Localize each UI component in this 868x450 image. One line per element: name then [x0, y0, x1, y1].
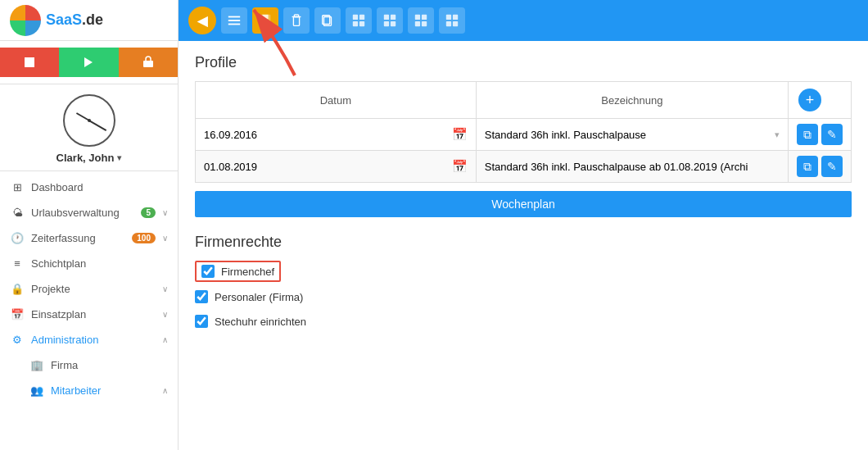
sidebar: SaaS.de Clark, John ▾ ⊞ Dashboard 🌤 — [0, 0, 179, 450]
svg-rect-17 — [359, 21, 364, 26]
svg-rect-8 — [261, 21, 270, 25]
administration-icon: ⚙ — [10, 334, 25, 346]
sidebar-item-urlaubsverwaltung[interactable]: 🌤 Urlaubsverwaltung 5 ∨ — [0, 200, 178, 225]
logo-text: SaaS.de — [46, 11, 103, 29]
svg-rect-14 — [353, 15, 358, 20]
profile-title: Profile — [195, 54, 852, 71]
edit-row-button-1[interactable]: ✎ — [821, 124, 843, 145]
calendar-icon-2[interactable]: 📅 — [452, 159, 468, 174]
firmenrechte-title: Firmenrechte — [195, 234, 852, 251]
bag-button[interactable] — [119, 48, 178, 77]
copy-row-button-2[interactable]: ⧉ — [797, 156, 818, 177]
sidebar-item-schichtplan[interactable]: ≡ Schichtplan — [0, 251, 178, 276]
copy-button[interactable] — [314, 7, 341, 34]
zeiterfassung-icon: 🕐 — [10, 232, 25, 244]
sidebar-item-zeiterfassung[interactable]: 🕐 Zeiterfassung 100 ∨ — [0, 225, 178, 251]
urlaubsverwaltung-badge: 5 — [141, 207, 156, 218]
svg-rect-20 — [384, 21, 389, 26]
profile-table: Datum Bezeichnung + 16.09.2016 📅 — [195, 81, 852, 183]
add-header: + — [789, 82, 852, 119]
delete-button[interactable] — [283, 7, 310, 34]
bezeichnung-header: Bezeichnung — [476, 82, 788, 119]
mitarbeiter-icon: 👥 — [29, 384, 44, 397]
svg-rect-7 — [262, 15, 268, 19]
personaler-checkbox[interactable] — [195, 290, 208, 303]
add-profile-button[interactable]: + — [798, 89, 821, 111]
dropdown-chevron-icon-1: ▾ — [775, 130, 780, 140]
save-button[interactable] — [252, 7, 278, 34]
svg-rect-0 — [25, 57, 34, 67]
datum-header: Datum — [196, 82, 477, 119]
svg-rect-25 — [422, 21, 427, 26]
svg-rect-21 — [391, 21, 396, 26]
svg-rect-11 — [294, 15, 298, 17]
sidebar-item-dashboard[interactable]: ⊞ Dashboard — [0, 175, 178, 200]
personaler-label: Personaler (Firma) — [215, 291, 303, 303]
table-row: 01.08.2019 📅 Standard 36h inkl. Pauschal… — [196, 151, 852, 183]
zeiterfassung-badge: 100 — [132, 233, 156, 243]
action-cell-1: ⧉ ✎ — [789, 119, 852, 151]
bezeichnung-cell-2: Standard 36h inkl. Pauschalpause ab 01.0… — [476, 151, 788, 183]
content-area: Profile Datum Bezeichnung + 16.09.2016 � — [179, 41, 868, 450]
clock-face — [63, 94, 115, 147]
list-button[interactable] — [221, 7, 247, 34]
stechuhr-item: Stechuhr einrichten — [195, 311, 852, 331]
administration-chevron-icon: ∧ — [162, 335, 168, 344]
logo-icon — [10, 5, 41, 36]
main-area: ◀ — [179, 0, 868, 450]
toolbar: ◀ — [179, 0, 868, 41]
stechuhr-checkbox[interactable] — [195, 315, 208, 328]
projekte-icon: 🔒 — [10, 283, 25, 295]
svg-rect-22 — [415, 15, 420, 20]
back-button[interactable]: ◀ — [188, 7, 216, 34]
firmenchef-label: Firmenchef — [221, 266, 274, 278]
sidebar-item-administration[interactable]: ⚙ Administration ∧ — [0, 327, 178, 352]
svg-rect-26 — [446, 15, 451, 20]
dashboard-icon: ⊞ — [10, 181, 25, 193]
einsatzplan-chevron-icon: ∨ — [162, 310, 168, 319]
projekte-chevron-icon: ∨ — [162, 284, 168, 293]
user-name[interactable]: Clark, John ▾ — [57, 147, 122, 164]
action-buttons-row — [0, 41, 178, 84]
svg-rect-2 — [143, 61, 153, 67]
grid1-button[interactable] — [346, 7, 372, 34]
grid4-button[interactable] — [439, 7, 465, 34]
firmenchef-item: Firmenchef — [195, 261, 281, 282]
personaler-item: Personaler (Firma) — [195, 287, 852, 307]
svg-rect-16 — [353, 21, 358, 26]
svg-marker-1 — [84, 57, 93, 67]
svg-rect-4 — [228, 20, 240, 21]
stop-button[interactable] — [0, 48, 59, 77]
copy-row-button-1[interactable]: ⧉ — [797, 124, 818, 145]
sidebar-item-projekte[interactable]: 🔒 Projekte ∨ — [0, 276, 178, 302]
grid2-button[interactable] — [377, 7, 403, 34]
svg-rect-5 — [228, 24, 240, 25]
svg-rect-27 — [453, 15, 458, 20]
sidebar-item-einsatzplan[interactable]: 📅 Einsatzplan ∨ — [0, 302, 178, 327]
datum-cell-1: 16.09.2016 📅 — [196, 119, 477, 151]
user-chevron-icon: ▾ — [117, 153, 121, 162]
edit-row-button-2[interactable]: ✎ — [821, 156, 843, 177]
calendar-icon-1[interactable]: 📅 — [452, 127, 468, 142]
sidebar-item-mitarbeiter[interactable]: 👥 Mitarbeiter ∧ — [0, 378, 178, 403]
firmenchef-checkbox[interactable] — [201, 265, 215, 278]
sidebar-item-firma[interactable]: 🏢 Firma — [0, 352, 178, 378]
table-row: 16.09.2016 📅 Standard 36h inkl. Pauschal… — [196, 119, 852, 151]
svg-rect-9 — [293, 17, 299, 26]
firma-icon: 🏢 — [29, 359, 44, 371]
svg-rect-23 — [422, 15, 427, 20]
svg-rect-19 — [391, 15, 396, 20]
play-button[interactable] — [59, 48, 118, 77]
urlaubsverwaltung-chevron-icon: ∨ — [162, 208, 168, 217]
bezeichnung-cell-1: Standard 36h inkl. Pauschalpause ▾ — [476, 119, 788, 151]
wochenplan-button[interactable]: Wochenplan — [195, 191, 852, 217]
schichtplan-icon: ≡ — [10, 257, 25, 270]
svg-rect-29 — [453, 21, 458, 26]
datum-cell-2: 01.08.2019 📅 — [196, 151, 477, 183]
stechuhr-label: Stechuhr einrichten — [215, 316, 306, 328]
svg-rect-24 — [415, 21, 420, 26]
logo-area: SaaS.de — [0, 0, 178, 41]
urlaubsverwaltung-icon: 🌤 — [10, 207, 25, 219]
grid3-button[interactable] — [408, 7, 434, 34]
svg-rect-18 — [384, 15, 389, 20]
